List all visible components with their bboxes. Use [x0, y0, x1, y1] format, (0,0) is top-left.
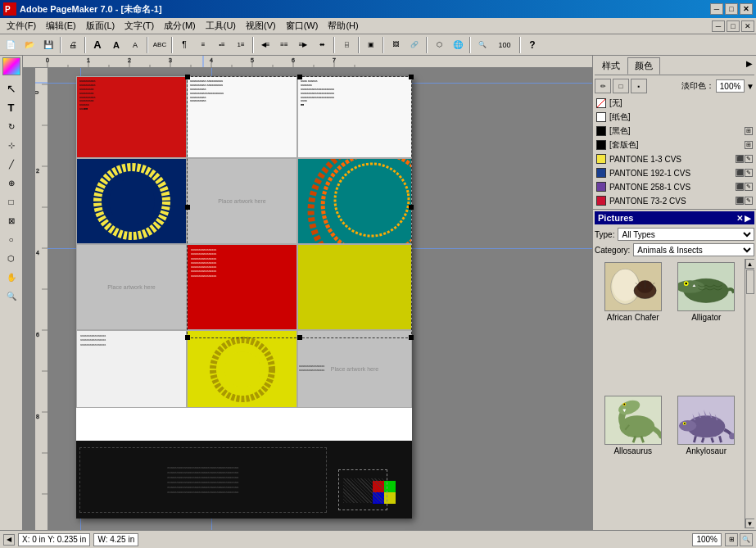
- separator-5: [252, 37, 254, 53]
- category-select[interactable]: Animals & Insects: [633, 243, 754, 256]
- image-button[interactable]: 🖼: [387, 36, 405, 54]
- inner-close-button[interactable]: ✕: [741, 20, 754, 32]
- rotate-tool[interactable]: ↻: [2, 117, 21, 135]
- type-filter-row: Type: All Types: [595, 228, 754, 241]
- swatch-icons-black: ⊞: [745, 127, 753, 135]
- swatch-icons-p2: ⬛ ✎: [736, 169, 753, 177]
- menu-window[interactable]: 窗口(W): [281, 18, 324, 34]
- panel-arrow[interactable]: ▶: [745, 57, 754, 75]
- swatch-label-black: [黑色]: [609, 125, 631, 137]
- scroll-thumb[interactable]: [746, 269, 754, 294]
- text-tool-A[interactable]: A: [88, 36, 106, 54]
- select-tool[interactable]: ↖: [2, 79, 21, 97]
- menu-layout[interactable]: 版面(L): [81, 18, 120, 34]
- link-button[interactable]: 🔗: [405, 36, 423, 54]
- menu-element[interactable]: 成分(M): [159, 18, 201, 34]
- picture-alligator[interactable]: Alligator: [672, 262, 742, 392]
- text-tool-A3[interactable]: A: [126, 36, 144, 54]
- tint-dropdown[interactable]: ▼: [746, 82, 754, 91]
- cols-button[interactable]: ⌸: [337, 36, 355, 54]
- pictures-scrollbar[interactable]: ▲ ▼: [745, 259, 754, 528]
- justify-button[interactable]: ⬌: [313, 36, 331, 54]
- globe-button[interactable]: 🌐: [449, 36, 467, 54]
- swatch-none[interactable]: [无]: [595, 97, 754, 110]
- color-swatch-list: [无] [纸色] [黑色] ⊞ [套版色] ⊞: [595, 97, 754, 207]
- swatch-pantone1[interactable]: PANTONE 1-3 CVS ⬛ ✎: [595, 152, 754, 165]
- shape-button[interactable]: ⬡: [430, 36, 448, 54]
- zoom-value[interactable]: 100: [492, 36, 517, 54]
- spell-button[interactable]: ABC: [151, 36, 169, 54]
- scroll-down-button[interactable]: ▼: [745, 519, 755, 528]
- svg-point-55: [612, 269, 637, 301]
- para-button[interactable]: ¶: [175, 36, 193, 54]
- ellipse-tool[interactable]: ○: [2, 230, 21, 248]
- close-button[interactable]: ✕: [740, 3, 753, 15]
- page-prev-button[interactable]: ◀: [3, 534, 15, 546]
- swatch-pantone3[interactable]: PANTONE 258-1 CVS ⬛ ✎: [595, 180, 754, 193]
- zoom-button[interactable]: 🔍: [473, 36, 491, 54]
- svg-text:6: 6: [292, 57, 295, 63]
- picture-allosaurus[interactable]: Allosaurus: [598, 396, 668, 526]
- open-button[interactable]: 📂: [20, 36, 38, 54]
- canvas-area[interactable]: 0 1 2 3 4 5 6 7: [23, 56, 592, 530]
- print-button[interactable]: 🖨: [64, 36, 82, 54]
- new-button[interactable]: 📄: [2, 36, 20, 54]
- pictures-close-button[interactable]: ✕: [736, 214, 743, 223]
- text-tool[interactable]: T: [2, 98, 21, 116]
- line-tool[interactable]: ╱: [2, 155, 21, 173]
- swatch-pantone2[interactable]: PANTONE 192-1 CVS ⬛ ✎: [595, 166, 754, 179]
- maximize-button[interactable]: □: [725, 3, 738, 15]
- thumb-african-chafer: [604, 262, 662, 311]
- align-center-button[interactable]: ≡≡: [275, 36, 293, 54]
- indent-button[interactable]: ≡: [194, 36, 212, 54]
- swatch-paper[interactable]: [纸色]: [595, 111, 754, 124]
- tab-color[interactable]: 颜色: [627, 57, 660, 75]
- pen-color-btn[interactable]: ✏: [595, 79, 611, 93]
- x-box-tool[interactable]: ⊠: [2, 211, 21, 229]
- inner-maximize-button[interactable]: □: [727, 20, 740, 32]
- align-right-button[interactable]: ≡▶: [294, 36, 312, 54]
- text-tool-A2[interactable]: A: [107, 36, 125, 54]
- status-btn2[interactable]: 🔍: [740, 533, 753, 546]
- menu-tools[interactable]: 工具(U): [201, 18, 241, 34]
- tab-style[interactable]: 样式: [595, 57, 627, 75]
- constrain-tool[interactable]: ⊕: [2, 174, 21, 192]
- tint-input[interactable]: [716, 79, 745, 93]
- rect-tool[interactable]: □: [2, 192, 21, 211]
- box-color-btn[interactable]: □: [613, 79, 629, 93]
- status-btn1[interactable]: ⊞: [725, 533, 738, 546]
- label-allosaurus: Allosaurus: [613, 446, 652, 455]
- inner-minimize-button[interactable]: ─: [712, 20, 725, 32]
- footer-text: aaaaaaaaaaaaaaaaaaaaaaaaaaaaaaaaaaaaaaa …: [167, 465, 238, 495]
- app-icon: P: [3, 2, 16, 16]
- pictures-arrow[interactable]: ▶: [745, 214, 751, 223]
- type-select[interactable]: All Types: [618, 228, 754, 241]
- crop-tool[interactable]: ⊹: [2, 136, 21, 154]
- zoom-tool[interactable]: 🔍: [2, 287, 21, 305]
- frame-button[interactable]: ▣: [362, 36, 380, 54]
- save-button[interactable]: 💾: [39, 36, 57, 54]
- num-button[interactable]: 1≡: [232, 36, 250, 54]
- menu-edit[interactable]: 编辑(E): [41, 18, 81, 34]
- fill-color-btn[interactable]: ▪: [631, 79, 647, 93]
- menu-text[interactable]: 文字(T): [120, 18, 159, 34]
- canvas-content[interactable]: 0 2 4 6 8: [35, 68, 592, 530]
- help-button[interactable]: ?: [523, 36, 541, 54]
- menu-view[interactable]: 视图(V): [241, 18, 281, 34]
- picture-african-chafer[interactable]: African Chafer: [598, 262, 668, 392]
- swatch-pantone4[interactable]: PANTONE 73-2 CVS ⬛ ✎: [595, 194, 754, 207]
- polygon-tool[interactable]: ⬡: [2, 249, 21, 267]
- minimize-button[interactable]: ─: [710, 3, 723, 15]
- pictures-scroll-container: African Chafer: [595, 259, 754, 528]
- picture-ankylosaur[interactable]: Ankylosaur: [672, 396, 742, 526]
- svg-line-85: [702, 437, 704, 442]
- align-left-button[interactable]: ◀≡: [256, 36, 274, 54]
- pictures-panel: Pictures ✕ ▶ Type: All Types Category: A…: [593, 210, 756, 530]
- bullet-button[interactable]: •≡: [213, 36, 231, 54]
- scroll-up-button[interactable]: ▲: [745, 259, 755, 269]
- menu-help[interactable]: 帮助(H): [323, 18, 363, 34]
- swatch-registration[interactable]: [套版色] ⊞: [595, 138, 754, 152]
- menu-file[interactable]: 文件(F): [2, 18, 41, 34]
- swatch-black[interactable]: [黑色] ⊞: [595, 125, 754, 138]
- hand-tool[interactable]: ✋: [2, 268, 21, 286]
